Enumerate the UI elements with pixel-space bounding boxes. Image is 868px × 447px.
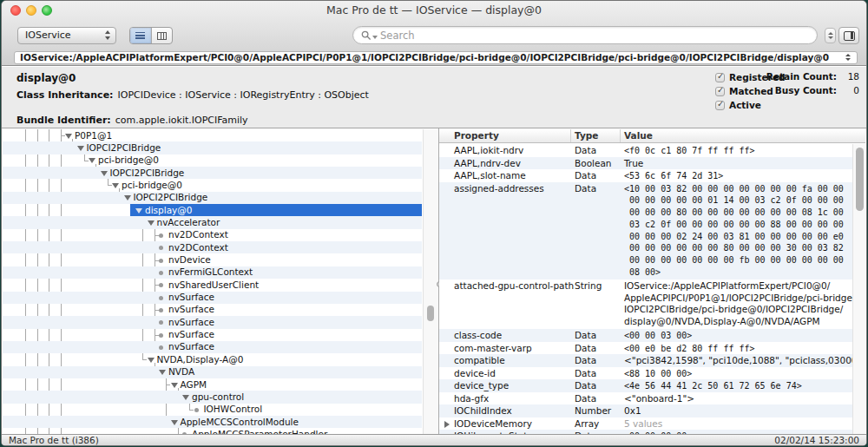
disclosure-triangle-icon[interactable] bbox=[124, 195, 131, 200]
disclosure-triangle-icon[interactable] bbox=[171, 420, 178, 425]
properties-scrollbar-track[interactable] bbox=[852, 144, 865, 434]
property-row-com-master-varp[interactable]: com-master-varpData<00 e0 be d2 80 ff ff… bbox=[439, 342, 855, 355]
property-name: attached-gpu-control-path bbox=[454, 280, 574, 291]
property-row-device-type[interactable]: device_typeData<4e 56 44 41 2c 50 61 72 … bbox=[439, 379, 855, 392]
property-row-aapl-slot-name[interactable]: AAPL,slot-nameData<53 6c 6f 74 2d 31> bbox=[439, 169, 855, 182]
tree-node-nvdevice[interactable]: nvDevice bbox=[3, 254, 422, 266]
tree-node-iopci2pcibridge[interactable]: IOPCI2PCIBridge bbox=[3, 167, 422, 179]
property-row-iodevicememory[interactable]: IODeviceMemoryArray5 values bbox=[439, 417, 855, 431]
checkbox-checked-icon[interactable] bbox=[715, 73, 725, 82]
tree-node-pci-bridge-0[interactable]: pci-bridge@0 bbox=[3, 179, 422, 191]
property-row-hda-gfx[interactable]: hda-gfxData<"onboard-1"> bbox=[439, 392, 855, 405]
disclosure-triangle-icon[interactable] bbox=[89, 158, 95, 163]
property-row-attached-gpu-control-path[interactable]: attached-gpu-control-pathStringIOService… bbox=[439, 279, 855, 329]
column-divider[interactable] bbox=[570, 129, 571, 142]
property-value: <"pci3842,1598", "pci10de,1088", "pcicla… bbox=[624, 355, 865, 367]
tree-node-applemccscontrolmodule[interactable]: AppleMCCSControlModule bbox=[3, 416, 422, 428]
leaf-node-icon bbox=[159, 283, 163, 287]
search-input[interactable] bbox=[380, 30, 809, 42]
registry-tree-pane[interactable]: P0P1@1IOPCI2PCIBridgepci-bridge@0IOPCI2P… bbox=[3, 129, 438, 434]
column-view-segment[interactable] bbox=[151, 28, 173, 43]
status-machine-label: Mac Pro de tt (i386) bbox=[9, 435, 99, 445]
tree-node-nvfermiglcontext[interactable]: nvFermiGLContext bbox=[3, 266, 422, 279]
property-row-class-code[interactable]: class-codeData<00 00 03 00> bbox=[439, 329, 855, 342]
title-bar[interactable]: Mac Pro de tt — IOService — display@0 bbox=[2, 1, 866, 20]
column-divider[interactable] bbox=[620, 129, 621, 142]
tree-node-nvsurface[interactable]: nvSurface bbox=[3, 304, 422, 316]
tree-node-nvda-display-a-0[interactable]: NVDA,Display-A@0 bbox=[3, 353, 422, 365]
column-header-type[interactable]: Type bbox=[575, 130, 598, 141]
property-value: 5 values bbox=[624, 418, 662, 431]
tree-node-nvaccelerator[interactable]: nvAccelerator bbox=[3, 216, 422, 228]
column-header-value[interactable]: Value bbox=[624, 130, 653, 141]
tree-node-nvsurface[interactable]: nvSurface bbox=[3, 292, 422, 304]
property-value: <4e 56 44 41 2c 50 61 72 65 6e 74> bbox=[624, 380, 802, 392]
property-row-device-id[interactable]: device-idData<88 10 00 00> bbox=[439, 367, 855, 380]
search-field[interactable] bbox=[352, 26, 818, 44]
counter-label: Busy Count: bbox=[759, 85, 837, 99]
tree-node-label: nvDevice bbox=[168, 254, 211, 265]
disclosure-triangle-icon[interactable] bbox=[148, 358, 155, 363]
tree-node-label: AGPM bbox=[181, 379, 207, 390]
toggle-inspector-button[interactable] bbox=[838, 27, 859, 44]
tree-node-iohwcontrol[interactable]: IOHWControl bbox=[3, 404, 422, 416]
search-icon bbox=[361, 30, 372, 41]
plane-select-popup[interactable]: IOService bbox=[17, 27, 116, 44]
tree-node-pci-bridge-0[interactable]: pci-bridge@0 bbox=[3, 154, 422, 167]
checkbox-checked-icon[interactable] bbox=[715, 101, 725, 110]
tree-node-iopci2pcibridge[interactable]: IOPCI2PCIBridge bbox=[3, 192, 422, 204]
property-type: Data bbox=[575, 330, 596, 340]
disclosure-triangle-icon[interactable] bbox=[148, 220, 155, 226]
property-row-aapl-ndrv-dev[interactable]: AAPL,ndrv-devBooleanTrue bbox=[439, 157, 855, 170]
outline-view-segment[interactable] bbox=[130, 28, 151, 43]
tree-scrollbar-thumb[interactable] bbox=[427, 306, 434, 321]
tree-node-p0p1-1[interactable]: P0P1@1 bbox=[3, 129, 422, 141]
counter-row: Retain Count:18 bbox=[759, 71, 859, 85]
tree-node-label: nvFermiGLContext bbox=[168, 266, 253, 277]
property-name: com-master-varp bbox=[454, 343, 532, 353]
disclosure-triangle-icon[interactable] bbox=[182, 395, 189, 400]
status-bar: Mac Pro de tt (i386) 02/02/14 15:23:00 bbox=[2, 434, 866, 445]
property-row-aapl-iokit-ndrv[interactable]: AAPL,iokit-ndrvData<f0 0c c1 80 7f ff ff… bbox=[439, 144, 855, 157]
disclosure-triangle-icon[interactable] bbox=[112, 183, 119, 188]
leaf-node-icon bbox=[159, 333, 163, 338]
tree-node-applemccsparameterhandler[interactable]: AppleMCCSParameterHandler bbox=[3, 428, 422, 434]
counter-value: 18 bbox=[837, 71, 859, 85]
tree-node-label: nvAccelerator bbox=[157, 217, 220, 227]
property-row-assigned-addresses[interactable]: assigned-addressesData<10 00 03 82 00 00… bbox=[439, 182, 855, 279]
tree-node-nv2dcontext[interactable]: nv2DContext bbox=[3, 229, 422, 241]
properties-scrollbar-thumb[interactable] bbox=[856, 148, 864, 211]
checkbox-checked-icon[interactable] bbox=[715, 87, 725, 96]
column-header-property[interactable]: Property bbox=[454, 130, 499, 141]
disclosure-triangle-icon[interactable] bbox=[135, 208, 142, 214]
plane-select-value: IOService bbox=[25, 30, 71, 41]
tree-node-nvsurface[interactable]: nvSurface bbox=[3, 316, 422, 328]
tree-node-nv2dcontext[interactable]: nv2DContext bbox=[3, 241, 422, 253]
disclosure-triangle-icon[interactable] bbox=[77, 146, 84, 151]
tree-node-display-0[interactable]: display@0 bbox=[3, 204, 422, 216]
disclosure-triangle-icon[interactable] bbox=[159, 370, 166, 375]
disclosure-triangle-icon[interactable] bbox=[444, 421, 450, 428]
checkbox-label: Active bbox=[729, 100, 761, 110]
tree-node-agpm[interactable]: AGPM bbox=[3, 378, 422, 391]
disclosure-triangle-icon[interactable] bbox=[65, 134, 72, 139]
tree-node-nvda[interactable]: NVDA bbox=[3, 366, 422, 378]
property-row-compatible[interactable]: compatibleData<"pci3842,1598", "pci10de,… bbox=[439, 354, 855, 367]
tree-scrollbar-track[interactable] bbox=[423, 129, 438, 434]
tree-node-label: gpu-control bbox=[192, 391, 244, 402]
tree-node-nvsurface[interactable]: nvSurface bbox=[3, 341, 422, 353]
property-type: String bbox=[575, 280, 602, 291]
properties-table-header: Property Type Value bbox=[439, 129, 865, 143]
tree-node-nvshareduserclient[interactable]: nvSharedUserClient bbox=[3, 279, 422, 291]
view-mode-segmented-control bbox=[129, 27, 173, 44]
disclosure-triangle-icon[interactable] bbox=[101, 171, 108, 176]
tree-node-nvsurface[interactable]: nvSurface bbox=[3, 329, 422, 341]
tree-node-iopci2pcibridge[interactable]: IOPCI2PCIBridge bbox=[3, 141, 422, 154]
property-name: compatible bbox=[454, 355, 505, 365]
search-options-arrow-icon[interactable] bbox=[372, 36, 378, 39]
registry-path-popup[interactable]: IOService:/AppleACPIPlatformExpert/PCI0@… bbox=[14, 51, 858, 64]
tree-node-gpu-control[interactable]: gpu-control bbox=[3, 391, 422, 403]
disclosure-triangle-icon[interactable] bbox=[171, 383, 178, 388]
property-row-iochildindex[interactable]: IOChildIndexNumber0x1 bbox=[439, 404, 855, 417]
history-stepper[interactable] bbox=[825, 28, 836, 43]
